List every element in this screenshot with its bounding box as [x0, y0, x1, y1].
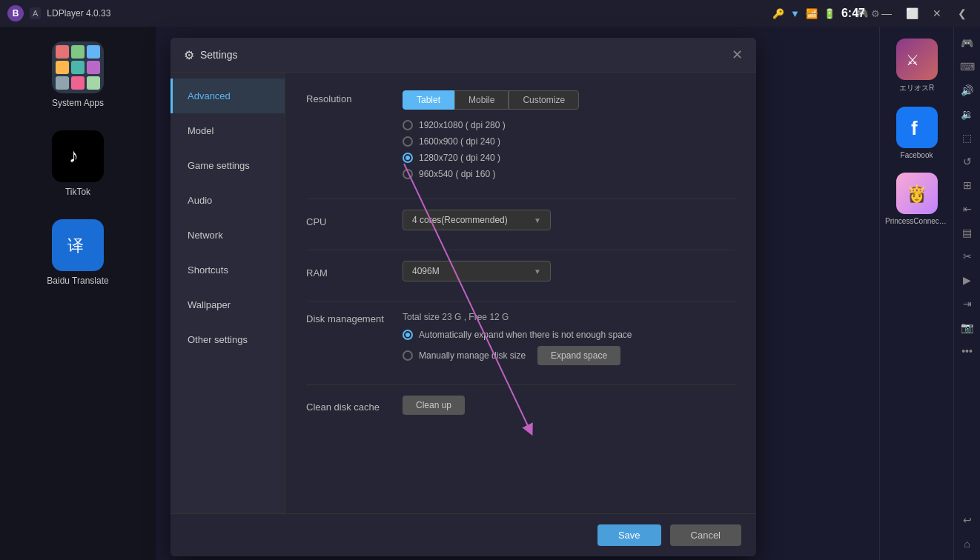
- dialog-title-row: ⚙ Settings: [184, 48, 238, 62]
- dialog-title-text: Settings: [200, 49, 238, 61]
- rt-refresh-btn[interactable]: ↺: [956, 151, 979, 172]
- cpu-dropdown[interactable]: 4 cores(Recommended) ▼: [403, 210, 551, 230]
- rt-more-btn[interactable]: •••: [956, 341, 979, 361]
- radio-1280: [403, 153, 413, 163]
- ram-dropdown[interactable]: 4096M ▼: [403, 261, 551, 281]
- right-app-facebook[interactable]: f Facebook: [880, 102, 953, 164]
- app-item-system-apps[interactable]: System Apps: [52, 41, 104, 108]
- system-apps-icon: [52, 41, 104, 93]
- system-apps-label: System Apps: [52, 98, 104, 108]
- nav-item-advanced[interactable]: Advanced: [170, 79, 285, 113]
- res-option-1280[interactable]: 1280x720 ( dpi 240 ): [403, 153, 735, 163]
- right-app-princess[interactable]: 👸 PrincessConnectRedi...: [880, 168, 953, 230]
- radio-1920: [403, 120, 413, 130]
- cpu-label: CPU: [306, 213, 403, 227]
- disk-control: Total size 23 G , Free 12 G Automaticall…: [403, 312, 735, 365]
- res-option-1600[interactable]: 1600x900 ( dpi 240 ): [403, 136, 735, 147]
- baidu-label: Baidu Translate: [47, 276, 108, 286]
- restore-btn[interactable]: ⬜: [901, 3, 922, 24]
- close-btn[interactable]: ✕: [927, 3, 947, 24]
- rt-gamepad-btn[interactable]: 🎮: [956, 33, 979, 53]
- res-option-1920[interactable]: 1920x1080 ( dpi 280 ): [403, 120, 735, 130]
- nav-item-shortcuts[interactable]: Shortcuts: [170, 253, 285, 287]
- tiktok-icon: ♪: [52, 130, 104, 182]
- app-title: LDPlayer 4.0.33: [47, 8, 110, 19]
- dialog-close-btn[interactable]: ✕: [732, 47, 743, 63]
- rt-video-btn[interactable]: ▶: [956, 270, 979, 290]
- right-toolbar: 🎮 ⌨ 🔊 🔉 ⬚ ↺ ⊞ ⇤ ▤ ✂ ▶ ⇥ 📷 ••• ↩ ⌂: [953, 27, 980, 560]
- disk-label: Disk management: [306, 312, 403, 324]
- rt-home-btn[interactable]: ⌂: [956, 533, 979, 554]
- tab-tablet[interactable]: Tablet: [403, 90, 454, 110]
- gamepad-btn[interactable]: 🎮: [851, 3, 872, 24]
- rt-keyboard-btn[interactable]: ⌨: [956, 56, 979, 77]
- save-button[interactable]: Save: [597, 524, 661, 546]
- rt-volume-down-btn[interactable]: 🔉: [956, 104, 979, 124]
- cpu-row: CPU 4 cores(Recommended) ▼: [306, 210, 735, 230]
- radio-auto-expand: [403, 330, 413, 340]
- cancel-button[interactable]: Cancel: [670, 524, 741, 546]
- rt-screenshot-btn[interactable]: 📷: [956, 317, 979, 338]
- res-option-960[interactable]: 960x540 ( dpi 160 ): [403, 169, 735, 179]
- nav-item-network[interactable]: Network: [170, 218, 285, 253]
- main-area: System Apps ♪ TikTok 译 Baidu Translate: [0, 27, 980, 560]
- ram-label: RAM: [306, 264, 403, 279]
- rt-export-btn[interactable]: ⇥: [956, 293, 979, 314]
- facebook-label: Facebook: [901, 151, 933, 159]
- svg-text:♪: ♪: [69, 144, 79, 167]
- ram-dropdown-arrow: ▼: [534, 267, 541, 276]
- ram-value: 4096M: [412, 266, 440, 276]
- app-logo: B: [7, 5, 24, 21]
- dialog-footer: Save Cancel: [170, 513, 756, 556]
- nav-item-audio[interactable]: Audio: [170, 183, 285, 218]
- tab-mobile[interactable]: Mobile: [454, 90, 509, 110]
- radio-manual: [403, 350, 413, 361]
- clean-up-btn[interactable]: Clean up: [403, 396, 465, 415]
- minimize-btn[interactable]: —: [876, 3, 897, 24]
- princess-label: PrincessConnectRedi...: [885, 217, 948, 225]
- disk-info: Total size 23 G , Free 12 G: [403, 312, 735, 322]
- radio-960: [403, 169, 413, 179]
- svg-text:⚔: ⚔: [906, 52, 919, 68]
- tiktok-label: TikTok: [65, 187, 90, 197]
- app-item-tiktok[interactable]: ♪ TikTok: [52, 130, 104, 197]
- settings-dialog: ⚙ Settings ✕ Advanced Model Game setting…: [170, 38, 756, 556]
- right-app-erios[interactable]: ⚔ エリオスR: [880, 34, 953, 98]
- rt-zoom-btn[interactable]: ⊞: [956, 175, 979, 196]
- facebook-icon: f: [896, 107, 938, 148]
- dialog-body: Advanced Model Game settings Audio Netwo…: [170, 73, 756, 513]
- clean-cache-label: Clean disk cache: [306, 399, 403, 413]
- disk-auto-label: Automatically expand when there is not e…: [419, 330, 632, 340]
- disk-row: Disk management Total size 23 G , Free 1…: [306, 312, 735, 365]
- titlebar-left: B A LDPlayer 4.0.33: [7, 5, 110, 21]
- app-sidebar: System Apps ♪ TikTok 译 Baidu Translate: [0, 27, 156, 560]
- rt-back-btn[interactable]: ↩: [956, 510, 979, 530]
- rt-apk-btn[interactable]: ▤: [956, 222, 979, 243]
- rt-cut-btn[interactable]: ✂: [956, 246, 979, 267]
- back-btn[interactable]: ❮: [952, 3, 973, 24]
- nav-item-other-settings[interactable]: Other settings: [170, 322, 285, 357]
- expand-space-btn[interactable]: Expand space: [537, 346, 620, 365]
- settings-gear-icon: ⚙: [184, 48, 194, 62]
- erios-icon: ⚔: [896, 39, 938, 80]
- disk-manual[interactable]: Manually manage disk size Expand space: [403, 346, 735, 365]
- nav-item-model[interactable]: Model: [170, 113, 285, 148]
- baidu-icon: 译: [52, 219, 104, 271]
- resolution-tabs: Tablet Mobile Customize: [403, 90, 735, 110]
- cpu-control: 4 cores(Recommended) ▼: [403, 210, 735, 230]
- clean-cache-control: Clean up: [403, 396, 735, 415]
- princess-icon: 👸: [896, 173, 938, 214]
- rt-screen-btn[interactable]: ⬚: [956, 127, 979, 148]
- nav-item-game-settings[interactable]: Game settings: [170, 148, 285, 183]
- clean-cache-row: Clean disk cache Clean up: [306, 396, 735, 415]
- app-item-baidu[interactable]: 译 Baidu Translate: [47, 219, 108, 286]
- right-sidebar: ⚔ エリオスR f Facebook 👸 PrincessConnectRedi…: [879, 27, 953, 560]
- cpu-value: 4 cores(Recommended): [412, 215, 508, 225]
- tab-customize[interactable]: Customize: [509, 90, 579, 110]
- rt-import-btn[interactable]: ⇤: [956, 199, 979, 219]
- res-label-1920: 1920x1080 ( dpi 280 ): [419, 120, 506, 130]
- rt-volume-up-btn[interactable]: 🔊: [956, 80, 979, 101]
- nav-item-wallpaper[interactable]: Wallpaper: [170, 287, 285, 322]
- disk-auto-expand[interactable]: Automatically expand when there is not e…: [403, 330, 735, 340]
- nav-panel: Advanced Model Game settings Audio Netwo…: [170, 73, 285, 513]
